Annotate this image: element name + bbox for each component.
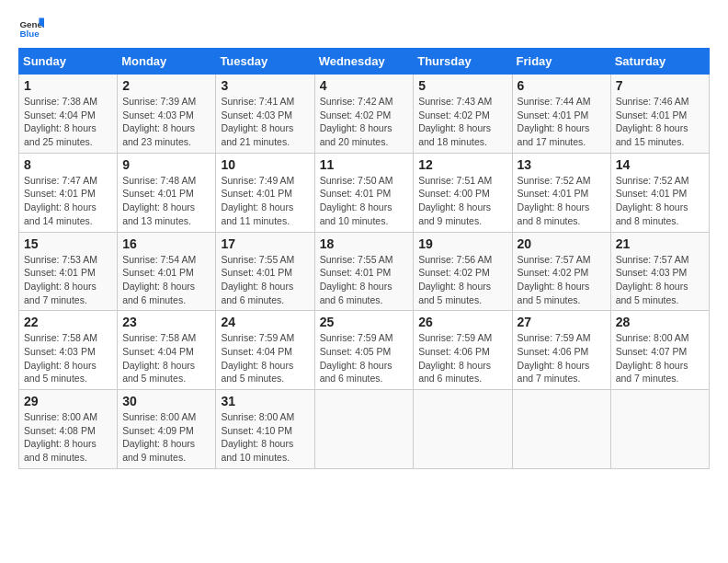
calendar-cell: 15 Sunrise: 7:53 AMSunset: 4:01 PMDaylig… xyxy=(19,232,118,311)
day-number: 4 xyxy=(320,78,409,93)
calendar-table: SundayMondayTuesdayWednesdayThursdayFrid… xyxy=(18,48,710,469)
calendar-cell: 25 Sunrise: 7:59 AMSunset: 4:05 PMDaylig… xyxy=(314,311,414,390)
weekday-header-tuesday: Tuesday xyxy=(216,49,314,75)
day-info: Sunrise: 7:44 AMSunset: 4:01 PMDaylight:… xyxy=(518,95,606,149)
day-info: Sunrise: 7:58 AMSunset: 4:04 PMDaylight:… xyxy=(122,331,210,385)
calendar-cell: 19 Sunrise: 7:56 AMSunset: 4:02 PMDaylig… xyxy=(414,232,512,311)
day-number: 24 xyxy=(221,315,309,329)
logo-icon: General Blue xyxy=(18,15,44,40)
day-number: 18 xyxy=(320,236,409,251)
calendar-cell: 28 Sunrise: 8:00 AMSunset: 4:07 PMDaylig… xyxy=(610,311,709,390)
day-info: Sunrise: 7:52 AMSunset: 4:01 PMDaylight:… xyxy=(518,174,606,228)
calendar-week-row: 29 Sunrise: 8:00 AMSunset: 4:08 PMDaylig… xyxy=(19,390,710,469)
calendar-cell: 20 Sunrise: 7:57 AMSunset: 4:02 PMDaylig… xyxy=(512,232,610,311)
calendar-cell: 17 Sunrise: 7:55 AMSunset: 4:01 PMDaylig… xyxy=(216,232,314,311)
day-info: Sunrise: 7:53 AMSunset: 4:01 PMDaylight:… xyxy=(24,253,112,307)
calendar-cell: 21 Sunrise: 7:57 AMSunset: 4:03 PMDaylig… xyxy=(610,232,709,311)
day-info: Sunrise: 7:46 AMSunset: 4:01 PMDaylight:… xyxy=(616,95,704,149)
calendar-cell: 18 Sunrise: 7:55 AMSunset: 4:01 PMDaylig… xyxy=(314,232,414,311)
day-number: 7 xyxy=(616,78,704,93)
day-number: 31 xyxy=(221,394,309,408)
calendar-cell: 7 Sunrise: 7:46 AMSunset: 4:01 PMDayligh… xyxy=(610,75,709,154)
day-info: Sunrise: 7:49 AMSunset: 4:01 PMDaylight:… xyxy=(221,174,309,228)
day-info: Sunrise: 7:55 AMSunset: 4:01 PMDaylight:… xyxy=(320,253,409,307)
day-number: 13 xyxy=(518,157,606,172)
day-info: Sunrise: 7:59 AMSunset: 4:06 PMDaylight:… xyxy=(418,331,506,385)
calendar-cell: 30 Sunrise: 8:00 AMSunset: 4:09 PMDaylig… xyxy=(118,390,216,469)
day-number: 16 xyxy=(122,236,210,251)
calendar-cell: 6 Sunrise: 7:44 AMSunset: 4:01 PMDayligh… xyxy=(512,75,610,154)
day-info: Sunrise: 7:50 AMSunset: 4:01 PMDaylight:… xyxy=(320,174,409,228)
calendar-cell xyxy=(512,390,610,469)
calendar-cell: 9 Sunrise: 7:48 AMSunset: 4:01 PMDayligh… xyxy=(118,153,216,232)
day-info: Sunrise: 7:42 AMSunset: 4:02 PMDaylight:… xyxy=(320,95,409,149)
day-info: Sunrise: 7:57 AMSunset: 4:02 PMDaylight:… xyxy=(518,253,606,307)
day-info: Sunrise: 8:00 AMSunset: 4:08 PMDaylight:… xyxy=(24,410,112,465)
day-number: 8 xyxy=(24,157,112,172)
calendar-week-row: 22 Sunrise: 7:58 AMSunset: 4:03 PMDaylig… xyxy=(19,311,710,390)
day-info: Sunrise: 7:38 AMSunset: 4:04 PMDaylight:… xyxy=(24,95,112,149)
page-header: General Blue xyxy=(18,15,710,40)
day-info: Sunrise: 7:55 AMSunset: 4:01 PMDaylight:… xyxy=(221,253,309,307)
day-number: 20 xyxy=(518,236,606,251)
weekday-header-friday: Friday xyxy=(512,49,610,75)
day-info: Sunrise: 8:00 AMSunset: 4:10 PMDaylight:… xyxy=(221,410,309,465)
calendar-cell: 29 Sunrise: 8:00 AMSunset: 4:08 PMDaylig… xyxy=(19,390,118,469)
day-info: Sunrise: 7:51 AMSunset: 4:00 PMDaylight:… xyxy=(418,174,506,228)
day-info: Sunrise: 7:39 AMSunset: 4:03 PMDaylight:… xyxy=(122,95,210,149)
day-number: 15 xyxy=(24,236,112,251)
weekday-header-thursday: Thursday xyxy=(414,49,512,75)
day-number: 2 xyxy=(122,78,210,93)
day-info: Sunrise: 7:41 AMSunset: 4:03 PMDaylight:… xyxy=(221,95,309,149)
calendar-week-row: 8 Sunrise: 7:47 AMSunset: 4:01 PMDayligh… xyxy=(19,153,710,232)
day-info: Sunrise: 7:57 AMSunset: 4:03 PMDaylight:… xyxy=(616,253,704,307)
calendar-cell: 2 Sunrise: 7:39 AMSunset: 4:03 PMDayligh… xyxy=(118,75,216,154)
day-number: 27 xyxy=(518,315,606,329)
calendar-cell: 27 Sunrise: 7:59 AMSunset: 4:06 PMDaylig… xyxy=(512,311,610,390)
day-info: Sunrise: 7:56 AMSunset: 4:02 PMDaylight:… xyxy=(418,253,506,307)
calendar-cell: 8 Sunrise: 7:47 AMSunset: 4:01 PMDayligh… xyxy=(19,153,118,232)
calendar-cell: 26 Sunrise: 7:59 AMSunset: 4:06 PMDaylig… xyxy=(414,311,512,390)
day-info: Sunrise: 7:59 AMSunset: 4:05 PMDaylight:… xyxy=(320,331,409,385)
calendar-cell: 11 Sunrise: 7:50 AMSunset: 4:01 PMDaylig… xyxy=(314,153,414,232)
weekday-header-wednesday: Wednesday xyxy=(314,49,414,75)
calendar-cell xyxy=(414,390,512,469)
day-number: 25 xyxy=(320,315,409,329)
calendar-header-row: SundayMondayTuesdayWednesdayThursdayFrid… xyxy=(19,49,710,75)
calendar-cell: 31 Sunrise: 8:00 AMSunset: 4:10 PMDaylig… xyxy=(216,390,314,469)
day-number: 23 xyxy=(122,315,210,329)
day-info: Sunrise: 7:52 AMSunset: 4:01 PMDaylight:… xyxy=(616,174,704,228)
calendar-cell xyxy=(314,390,414,469)
weekday-header-monday: Monday xyxy=(118,49,216,75)
calendar-cell: 4 Sunrise: 7:42 AMSunset: 4:02 PMDayligh… xyxy=(314,75,414,154)
day-number: 21 xyxy=(616,236,704,251)
calendar-cell: 10 Sunrise: 7:49 AMSunset: 4:01 PMDaylig… xyxy=(216,153,314,232)
day-number: 26 xyxy=(418,315,506,329)
day-number: 30 xyxy=(122,394,210,408)
calendar-cell: 1 Sunrise: 7:38 AMSunset: 4:04 PMDayligh… xyxy=(19,75,118,154)
day-number: 29 xyxy=(24,394,112,408)
calendar-week-row: 15 Sunrise: 7:53 AMSunset: 4:01 PMDaylig… xyxy=(19,232,710,311)
calendar-cell: 12 Sunrise: 7:51 AMSunset: 4:00 PMDaylig… xyxy=(414,153,512,232)
day-info: Sunrise: 7:48 AMSunset: 4:01 PMDaylight:… xyxy=(122,174,210,228)
svg-text:Blue: Blue xyxy=(19,29,40,39)
day-info: Sunrise: 7:59 AMSunset: 4:06 PMDaylight:… xyxy=(518,331,606,385)
day-number: 14 xyxy=(616,157,704,172)
weekday-header-sunday: Sunday xyxy=(19,49,118,75)
calendar-cell: 23 Sunrise: 7:58 AMSunset: 4:04 PMDaylig… xyxy=(118,311,216,390)
day-number: 22 xyxy=(24,315,112,329)
logo: General Blue xyxy=(18,15,48,40)
day-info: Sunrise: 7:59 AMSunset: 4:04 PMDaylight:… xyxy=(221,331,309,385)
day-info: Sunrise: 7:47 AMSunset: 4:01 PMDaylight:… xyxy=(24,174,112,228)
day-info: Sunrise: 7:58 AMSunset: 4:03 PMDaylight:… xyxy=(24,331,112,385)
calendar-week-row: 1 Sunrise: 7:38 AMSunset: 4:04 PMDayligh… xyxy=(19,75,710,154)
day-info: Sunrise: 7:54 AMSunset: 4:01 PMDaylight:… xyxy=(122,253,210,307)
day-number: 19 xyxy=(418,236,506,251)
day-info: Sunrise: 7:43 AMSunset: 4:02 PMDaylight:… xyxy=(418,95,506,149)
day-number: 17 xyxy=(221,236,309,251)
day-number: 9 xyxy=(122,157,210,172)
calendar-cell: 5 Sunrise: 7:43 AMSunset: 4:02 PMDayligh… xyxy=(414,75,512,154)
calendar-cell: 22 Sunrise: 7:58 AMSunset: 4:03 PMDaylig… xyxy=(19,311,118,390)
calendar-cell: 13 Sunrise: 7:52 AMSunset: 4:01 PMDaylig… xyxy=(512,153,610,232)
day-number: 11 xyxy=(320,157,409,172)
